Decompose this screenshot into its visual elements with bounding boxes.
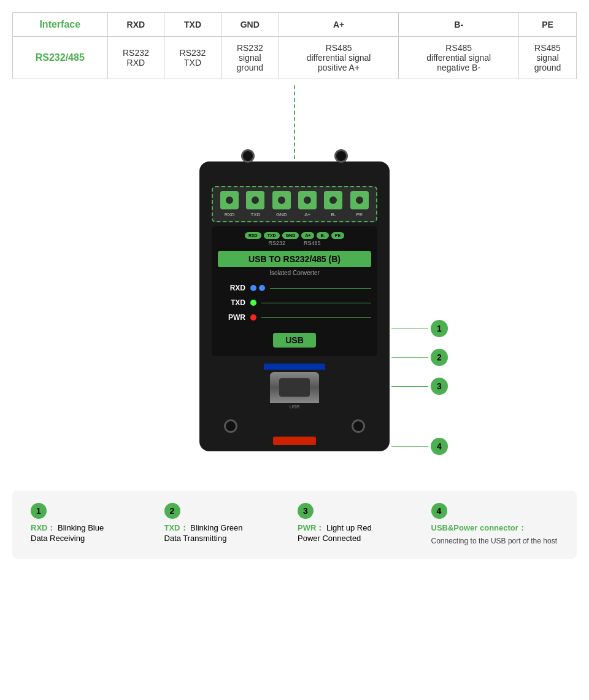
legend-badge-4: 4 bbox=[431, 503, 447, 519]
legend-rest-2: Blinking Green bbox=[188, 523, 243, 532]
indicator-pwr-label: PWR bbox=[218, 313, 245, 322]
terminal-conn-aplus bbox=[298, 191, 317, 209]
indicator-pwr-dot bbox=[250, 314, 256, 321]
indicator-pwr-row: PWR bbox=[218, 313, 371, 322]
legend-desc-1a: Data Receiving bbox=[31, 534, 85, 543]
cell-rxd: RS232 RXD bbox=[107, 37, 164, 79]
col-header-pe: PE bbox=[518, 13, 576, 37]
legend-desc-4: Connecting to the USB port of the host bbox=[431, 536, 559, 546]
terminal-conn-gnd bbox=[272, 191, 291, 209]
legend-title-3: PWR： Light up Red Power Connected bbox=[298, 523, 425, 543]
mount-hole-top-right bbox=[334, 149, 348, 163]
legend-item-3: 3 PWR： Light up Red Power Connected bbox=[298, 503, 425, 546]
bottom-mount-holes bbox=[206, 419, 383, 433]
mount-hole-bottom-left bbox=[224, 419, 237, 433]
device-wrapper: 1 2 3 4 bbox=[199, 112, 390, 451]
cable-foot bbox=[206, 437, 383, 445]
indicator-pwr-line bbox=[261, 317, 371, 318]
led-section-rs485: RS485 bbox=[304, 240, 321, 246]
mount-hole-top-left bbox=[241, 149, 255, 163]
display-area: RXD TXD GND A+ B- PE RS232 RS485 USB TO … bbox=[212, 226, 377, 356]
callout-pwr: 3 bbox=[391, 378, 448, 395]
callout-usb-badge: 4 bbox=[431, 438, 448, 455]
legend-item-1: 1 RXD： Blinking Blue Data Receiving bbox=[31, 503, 158, 546]
product-title: USB TO RS232/485 (B) bbox=[218, 251, 371, 267]
led-pills-row: RXD TXD GND A+ B- PE bbox=[218, 232, 371, 239]
terminal-connectors bbox=[217, 191, 372, 209]
cable-red bbox=[273, 437, 316, 445]
terminal-labels: RXD TXD GND A+ B- PE bbox=[217, 212, 372, 217]
legend-desc-2a: Data Transmitting bbox=[164, 534, 227, 543]
legend-section: 1 RXD： Blinking Blue Data Receiving 2 TX… bbox=[12, 491, 577, 559]
usb-label: USB bbox=[273, 333, 316, 348]
callout-txd-line bbox=[391, 357, 428, 358]
col-header-rxd: RXD bbox=[107, 13, 164, 37]
usb-metal-body bbox=[270, 372, 319, 403]
terminal-block: RXD TXD GND A+ B- PE bbox=[212, 186, 377, 222]
callout-rxd-line bbox=[391, 329, 428, 329]
col-header-bminus: B- bbox=[399, 13, 519, 37]
legend-badge-1: 1 bbox=[31, 503, 47, 519]
callout-rxd: 1 bbox=[391, 320, 448, 337]
led-pill-pe: PE bbox=[331, 232, 344, 239]
cell-gnd: RS232 signal ground bbox=[221, 37, 279, 79]
terminal-conn-txd bbox=[246, 191, 264, 209]
indicator-rxd-dot2 bbox=[259, 285, 265, 291]
terminal-conn-pe bbox=[350, 191, 369, 209]
callout-rxd-badge: 1 bbox=[431, 320, 448, 337]
callout-txd: 2 bbox=[391, 349, 448, 366]
cell-bminus: RS485 differential signal negative B- bbox=[399, 37, 519, 79]
col-header-aplus: A+ bbox=[279, 13, 399, 37]
indicator-rxd-label: RXD bbox=[218, 284, 245, 292]
led-pill-rxd: RXD bbox=[245, 232, 261, 239]
indicator-txd-line bbox=[261, 303, 371, 303]
legend-title-4: USB&Power connector： bbox=[431, 523, 559, 534]
terminal-label-rxd: RXD bbox=[220, 212, 239, 217]
callout-usb-line bbox=[391, 446, 428, 447]
callout-usb: 4 bbox=[391, 438, 448, 455]
indicator-txd-row: TXD bbox=[218, 298, 371, 307]
interface-table: Interface RXD TXD GND A+ B- PE RS232/485… bbox=[12, 12, 577, 79]
led-pill-aplus: A+ bbox=[301, 232, 314, 239]
legend-title-2: TXD： Blinking Green Data Transmitting bbox=[164, 523, 292, 543]
callout-pwr-badge: 3 bbox=[431, 378, 448, 395]
terminal-label-gnd: GND bbox=[272, 212, 291, 217]
legend-title-1: RXD： Blinking Blue Data Receiving bbox=[31, 523, 158, 543]
cell-interface: RS232/485 bbox=[13, 37, 108, 79]
device-section: 1 2 3 4 bbox=[12, 91, 577, 472]
legend-rest-1: Blinking Blue bbox=[55, 523, 104, 532]
legend-highlight-4: USB&Power connector： bbox=[431, 523, 526, 532]
legend-desc-3a: Power Connected bbox=[298, 534, 361, 543]
led-pill-gnd: GND bbox=[282, 232, 299, 239]
legend-highlight-2: TXD： bbox=[164, 523, 188, 532]
legend-item-2: 2 TXD： Blinking Green Data Transmitting bbox=[164, 503, 292, 546]
legend-badge-2: 2 bbox=[164, 503, 180, 519]
cell-txd: RS232 TXD bbox=[164, 37, 221, 79]
usb-text-label: USB bbox=[290, 404, 299, 410]
terminal-conn-bminus bbox=[324, 191, 342, 209]
col-header-interface: Interface bbox=[13, 13, 108, 37]
dashed-connector-line bbox=[294, 85, 295, 159]
legend-rest-3: Light up Red bbox=[324, 523, 371, 532]
led-pill-txd: TXD bbox=[264, 232, 280, 239]
terminal-label-txd: TXD bbox=[246, 212, 264, 217]
indicator-rxd-line bbox=[270, 288, 371, 289]
usb-top-guard bbox=[264, 364, 325, 370]
product-subtitle: Isolated Converter bbox=[218, 270, 371, 276]
indicator-rxd-dot bbox=[250, 285, 256, 291]
callout-pwr-line bbox=[391, 386, 428, 387]
legend-item-4: 4 USB&Power connector： Connecting to the… bbox=[431, 503, 559, 546]
led-pill-bminus: B- bbox=[317, 232, 328, 239]
usb-connector: USB bbox=[212, 359, 377, 416]
col-header-txd: TXD bbox=[164, 13, 221, 37]
mount-hole-bottom-right bbox=[352, 419, 365, 433]
callout-txd-badge: 2 bbox=[431, 349, 448, 366]
terminal-conn-rxd bbox=[220, 191, 239, 209]
col-header-gnd: GND bbox=[221, 13, 279, 37]
indicator-rxd-row: RXD bbox=[218, 284, 371, 292]
terminal-label-pe: PE bbox=[350, 212, 369, 217]
legend-highlight-1: RXD： bbox=[31, 523, 55, 532]
cell-pe: RS485 signal ground bbox=[518, 37, 576, 79]
led-section-rs232: RS232 bbox=[268, 240, 285, 246]
cell-aplus: RS485 differential signal positive A+ bbox=[279, 37, 399, 79]
